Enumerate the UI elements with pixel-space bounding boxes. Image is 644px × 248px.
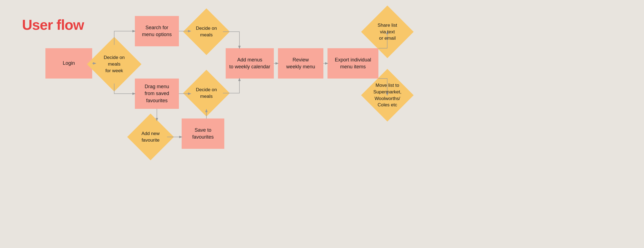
add-new-fav-node: Add newfavourite	[134, 120, 167, 153]
drag-menu-node: Drag menufrom savedfavourites	[135, 79, 179, 109]
decide-week-node: Decide onmealsfor week	[95, 45, 133, 83]
review-menu-node: Reviewweekly menu	[278, 48, 323, 79]
save-fav-node: Save tofavourites	[182, 118, 224, 149]
add-menus-calendar-node: Add menusto weekly calendar	[226, 48, 274, 79]
decide-meals-mid-node: Decide onmeals	[190, 77, 223, 110]
move-list-node: Move list toSupermarket,Woolworths/Coles…	[369, 77, 406, 114]
search-menu-node: Search formenu options	[135, 16, 179, 46]
login-node: Login	[45, 48, 92, 79]
export-items-node: Export individualmenu items	[328, 48, 378, 79]
share-list-node: Share listvia textor email	[369, 13, 406, 50]
flow-arrows	[0, 0, 644, 248]
page-title: User flow	[22, 17, 84, 33]
decide-meals-top-node: Decide onmeals	[190, 15, 223, 48]
